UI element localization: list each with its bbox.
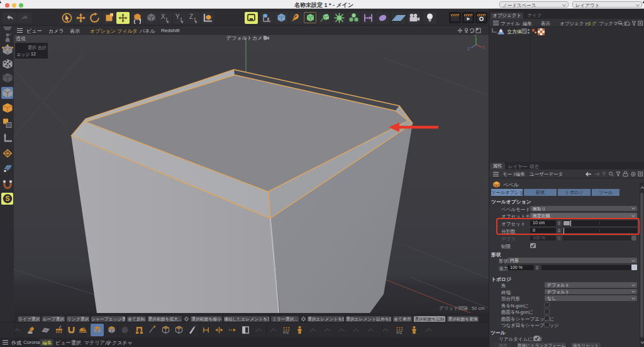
svg-text:XYZ: XYZ <box>283 331 289 334</box>
svg-text:XYZ: XYZ <box>396 331 402 334</box>
svg-text:X: X <box>482 45 486 50</box>
svg-text:Z: Z <box>467 47 470 51</box>
svg-text:Y: Y <box>474 35 477 38</box>
svg-text:S: S <box>5 195 9 202</box>
